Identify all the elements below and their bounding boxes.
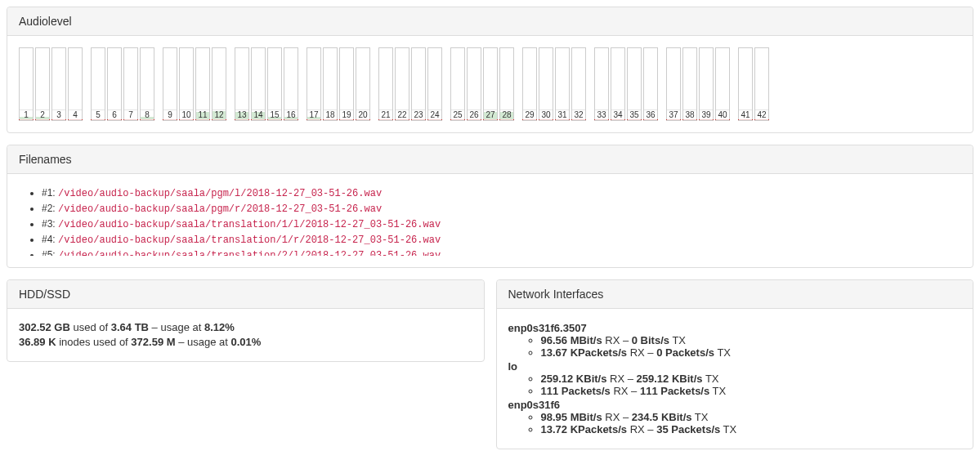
storage-inodes-used: 36.89 K [19, 336, 56, 348]
audio-meter-label: 23 [412, 109, 425, 120]
audio-meter-5: 5 [91, 47, 105, 121]
storage-space-pct: 8.12% [204, 321, 235, 333]
meter-group: 5678 [91, 47, 156, 121]
network-stat-line: 98.95 MBit/s RX – 234.5 KBit/s TX [541, 411, 962, 423]
storage-inodes-line: 36.89 K inodes used of 372.59 M – usage … [19, 335, 472, 350]
filename-item: #2: /video/audio-backup/saala/pgm/r/2018… [42, 201, 958, 217]
audio-meter-label: 12 [213, 109, 226, 120]
audio-meter-label: 36 [644, 109, 657, 120]
audio-meter-40: 40 [715, 47, 730, 121]
audio-meter-label: 11 [196, 109, 209, 120]
audio-meter-label: 17 [307, 109, 320, 120]
filename-index: #1: [42, 187, 58, 199]
audio-meter-35: 35 [627, 47, 642, 121]
audio-meter-27: 27 [483, 47, 498, 121]
filename-index: #5: [42, 249, 58, 256]
audio-meter-label: 3 [52, 109, 65, 120]
audio-meter-36: 36 [643, 47, 658, 121]
audio-meter-18: 18 [323, 47, 338, 121]
storage-title: HDD/SSD [7, 280, 484, 309]
network-interface: enp0s31f6.3507 [508, 322, 962, 334]
audio-meter-label: 21 [379, 109, 392, 120]
audio-meter-label: 8 [141, 109, 154, 120]
audio-meter-label: 6 [108, 109, 121, 120]
audio-meter-label: 20 [356, 109, 369, 120]
network-interface: lo [508, 360, 962, 373]
audio-meter-4: 4 [68, 47, 83, 121]
meter-group: 13141516 [235, 47, 300, 121]
audio-meter-label: 9 [163, 109, 177, 120]
audio-meter-label: 1 [20, 109, 33, 120]
filename-item: #3: /video/audio-backup/saala/translatio… [42, 217, 958, 232]
audio-meter-37: 37 [666, 47, 681, 121]
audio-meter-label: 40 [716, 109, 729, 120]
audio-meter-24: 24 [427, 47, 442, 121]
storage-inodes-pct: 0.01% [231, 336, 262, 348]
audio-meter-label: 39 [700, 109, 713, 120]
audio-meter-34: 34 [611, 47, 625, 121]
network-list: enp0s31f6.350796.56 MBit/s RX – 0 Bits/s… [508, 322, 962, 435]
filenames-scroll[interactable]: #1: /video/audio-backup/saala/pgm/l/2018… [19, 185, 961, 256]
network-stat-line: 259.12 KBit/s RX – 259.12 KBit/s TX [541, 373, 962, 385]
storage-inodes-total: 372.59 M [131, 336, 175, 348]
network-title: Network Interfaces [497, 280, 973, 309]
audio-meter-label: 19 [340, 109, 353, 120]
audio-meter-42: 42 [754, 47, 769, 121]
audio-meter-3: 3 [51, 47, 66, 121]
audio-meter-9: 9 [163, 47, 177, 121]
meter-group: 33343536 [594, 47, 660, 121]
audio-meter-21: 21 [378, 47, 393, 121]
audio-meter-label: 4 [69, 109, 82, 120]
filename-index: #2: [42, 203, 58, 214]
filenames-list: #1: /video/audio-backup/saala/pgm/l/2018… [19, 185, 958, 256]
storage-space-line: 302.52 GB used of 3.64 TB – usage at 8.1… [19, 320, 472, 335]
audiolevel-panel: Audiolevel 12345678910111213141516171819… [7, 7, 973, 133]
filename-item: #1: /video/audio-backup/saala/pgm/l/2018… [42, 185, 958, 201]
storage-space-used: 302.52 GB [19, 321, 70, 333]
network-stat-line: 96.56 MBit/s RX – 0 Bits/s TX [541, 334, 962, 346]
filenames-title: Filenames [7, 145, 973, 174]
audio-meter-25: 25 [450, 47, 465, 121]
audio-meter-label: 25 [451, 109, 464, 120]
audio-meter-label: 33 [595, 109, 608, 120]
audio-meter-26: 26 [467, 47, 481, 121]
network-stat-line: 13.67 KPackets/s RX – 0 Packets/s TX [541, 346, 962, 359]
audio-meter-label: 27 [484, 109, 497, 120]
audio-meter-12: 12 [212, 47, 226, 121]
audio-meter-28: 28 [499, 47, 514, 121]
meter-group: 9101112 [163, 47, 228, 121]
filename-path: /video/audio-backup/saala/pgm/l/2018-12-… [58, 188, 382, 199]
audio-meter-label: 37 [667, 109, 680, 120]
audio-meter-13: 13 [235, 47, 249, 121]
audio-meter-label: 24 [428, 109, 441, 120]
meter-group: 1234 [19, 47, 84, 121]
audio-meter-19: 19 [339, 47, 354, 121]
audio-meter-label: 22 [396, 109, 409, 120]
audio-meter-6: 6 [107, 47, 122, 121]
audio-meter-label: 26 [468, 109, 481, 120]
audio-meter-label: 31 [556, 109, 569, 120]
audio-meter-label: 5 [92, 109, 105, 120]
audio-meter-39: 39 [699, 47, 714, 121]
audio-meter-14: 14 [251, 47, 266, 121]
audio-meter-31: 31 [555, 47, 570, 121]
audio-meter-label: 7 [124, 109, 137, 120]
audio-meter-15: 15 [267, 47, 282, 121]
audio-meter-label: 18 [324, 109, 337, 120]
audio-meter-7: 7 [123, 47, 138, 121]
audio-meter-label: 34 [611, 109, 624, 120]
meter-group: 21222324 [378, 47, 444, 121]
meter-group: 29303132 [522, 47, 588, 121]
network-stat-line: 111 Packets/s RX – 111 Packets/s TX [541, 385, 962, 397]
audio-meter-38: 38 [682, 47, 697, 121]
audio-meter-22: 22 [395, 47, 409, 121]
audio-meter-10: 10 [179, 47, 194, 121]
audio-meter-label: 41 [739, 109, 752, 120]
audio-meter-17: 17 [307, 47, 321, 121]
meter-group: 37383940 [666, 47, 732, 121]
filename-item: #4: /video/audio-backup/saala/translatio… [42, 232, 958, 248]
meter-group: 25262728 [450, 47, 516, 121]
audio-meter-2: 2 [35, 47, 50, 121]
audio-meter-label: 38 [683, 109, 696, 120]
audio-meter-41: 41 [738, 47, 753, 121]
